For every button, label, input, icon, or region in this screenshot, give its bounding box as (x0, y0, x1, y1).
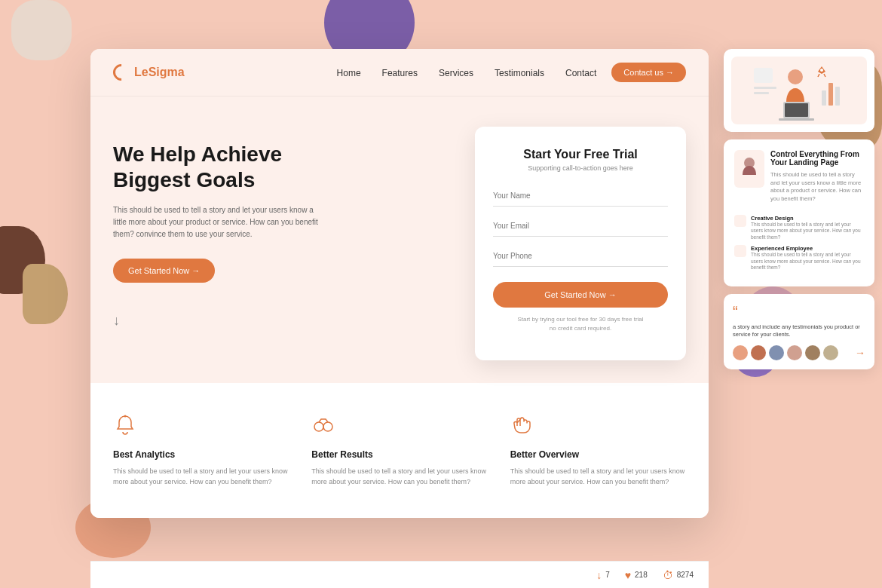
svg-point-13 (820, 69, 823, 72)
stat-likes-value: 218 (635, 571, 648, 579)
trial-name-input[interactable] (493, 185, 668, 207)
avatar-2 (751, 345, 766, 360)
panel3-footer: → (733, 345, 865, 360)
stat-time-value: 8274 (677, 571, 694, 579)
avatar-6 (823, 345, 838, 360)
feature-creative-text: Creative Design This should be used to t… (751, 215, 864, 240)
feature-overview-title: Better Overview (510, 449, 686, 460)
trial-phone-input[interactable] (493, 246, 668, 267)
svg-rect-12 (779, 118, 814, 121)
hero-title: We Help Achieve Biggest Goals (113, 142, 460, 192)
feature-overview-desc: This should be used to tell a story and … (510, 466, 686, 488)
quote-icon: “ (733, 303, 865, 320)
svg-rect-11 (785, 103, 808, 117)
feature-overview: Better Overview This should be used to t… (510, 413, 686, 488)
feature-creative-design: Creative Design This should be used to t… (734, 215, 864, 240)
svg-rect-8 (835, 87, 840, 106)
feature-analytics: Best Analytics This should be used to te… (113, 413, 289, 488)
brand-name: LeSigma (134, 66, 185, 79)
svg-rect-7 (828, 83, 833, 106)
nav-home[interactable]: Home (337, 68, 361, 78)
stat-score: ↓ 7 (596, 569, 610, 581)
svg-rect-5 (754, 92, 769, 94)
panel2-text: Control Everything From Your Landing Pag… (770, 150, 864, 209)
svg-rect-6 (822, 90, 826, 106)
hero-cta-button[interactable]: Get Started Now → (113, 259, 215, 283)
hand-icon (510, 413, 537, 440)
avatar-4 (787, 345, 802, 360)
trial-submit-button[interactable]: Get Started Now → (493, 282, 668, 308)
control-panel: Control Everything From Your Landing Pag… (724, 139, 874, 286)
blob-decoration (23, 264, 68, 324)
svg-point-0 (124, 415, 127, 418)
nav-testimonials[interactable]: Testimonials (495, 68, 544, 78)
avatars-group (733, 345, 838, 360)
trial-note: Start by trying our tool free for 30 day… (493, 315, 668, 333)
panel2-description: This should be used to tell a story and … (770, 171, 864, 203)
svg-point-9 (788, 69, 803, 84)
blob-decoration (11, 0, 72, 60)
feature-experienced-text: Experienced Employee This should be used… (751, 245, 864, 271)
navbar: LeSigma Home Features Services Testimoni… (90, 49, 709, 96)
avatar-5 (805, 345, 820, 360)
illustration-area (731, 57, 867, 124)
nav-contact[interactable]: Contact (565, 68, 596, 78)
hero-title-line1: We Help Achieve (113, 142, 282, 166)
feature-icon-1 (734, 215, 746, 227)
feature-analytics-title: Best Analytics (113, 449, 289, 460)
feature-experienced: Experienced Employee This should be used… (734, 245, 864, 271)
hero-scroll-arrow: ↓ (113, 313, 460, 329)
main-panel: LeSigma Home Features Services Testimoni… (90, 49, 709, 518)
feature-analytics-desc: This should be used to tell a story and … (113, 466, 289, 488)
features-section: Best Analytics This should be used to te… (90, 383, 709, 518)
panel2-image (734, 150, 764, 188)
stats-bar: ↓ 7 ♥ 218 ⏱ 8274 (90, 561, 709, 588)
stat-likes: ♥ 218 (625, 569, 648, 581)
avatar-1 (733, 345, 748, 360)
nav-services[interactable]: Services (439, 68, 473, 78)
nav-features[interactable]: Features (382, 68, 418, 78)
svg-point-1 (314, 422, 323, 431)
blob-decoration (0, 226, 45, 294)
panel2-title: Control Everything From Your Landing Pag… (770, 150, 864, 167)
svg-point-2 (323, 422, 332, 431)
feature-results-title: Better Results (311, 449, 487, 460)
hero-left: We Help Achieve Biggest Goals This shoul… (113, 127, 475, 360)
testimonial-text: a story and include any testimonials you… (733, 323, 865, 339)
feature-icon-2 (734, 245, 746, 257)
feature-results: Better Results This should be used to te… (311, 413, 487, 488)
illustration-panel (724, 49, 874, 132)
panel2-content: Control Everything From Your Landing Pag… (734, 150, 864, 209)
nav-links: Home Features Services Testimonials Cont… (337, 66, 597, 79)
stat-score-value: 7 (605, 571, 610, 579)
score-icon: ↓ (596, 569, 602, 581)
logo: LeSigma (113, 64, 185, 81)
right-panels: Control Everything From Your Landing Pag… (724, 49, 874, 369)
hero-title-line2: Biggest Goals (113, 167, 255, 193)
trial-card-subtitle: Supporting call-to-action goes here (493, 164, 668, 172)
heart-icon: ♥ (625, 569, 631, 581)
bell-icon (113, 413, 140, 440)
svg-rect-3 (754, 68, 773, 83)
logo-icon (109, 60, 133, 84)
stat-time: ⏱ 8274 (663, 569, 694, 581)
trial-card-title: Start Your Free Trial (493, 148, 668, 161)
testimonial-panel: “ a story and include any testimonials y… (724, 294, 874, 369)
clock-icon: ⏱ (663, 569, 673, 581)
trial-email-input[interactable] (493, 216, 668, 237)
avatar-3 (769, 345, 784, 360)
contact-us-button[interactable]: Contact us → (611, 63, 686, 82)
hero-section: We Help Achieve Biggest Goals This shoul… (90, 96, 709, 383)
testimonial-arrow[interactable]: → (855, 347, 865, 359)
hero-description: This should be used to tell a story and … (113, 204, 324, 240)
svg-rect-4 (754, 87, 776, 89)
trial-card: Start Your Free Trial Supporting call-to… (475, 127, 686, 360)
binoculars-icon (311, 413, 338, 440)
feature-results-desc: This should be used to tell a story and … (311, 466, 487, 488)
